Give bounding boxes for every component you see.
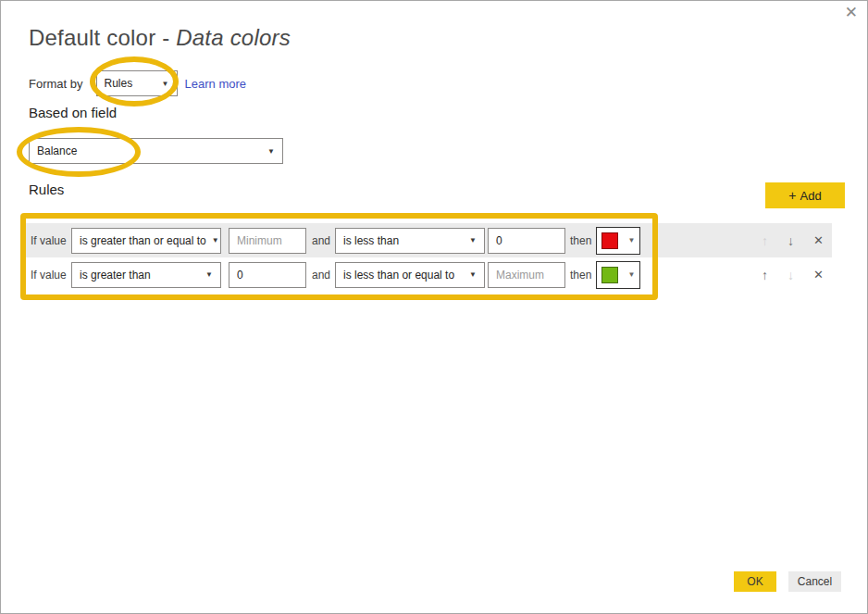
- close-icon[interactable]: ✕: [845, 5, 858, 20]
- chevron-down-icon: ▼: [267, 147, 275, 156]
- rule-row-1: If value is greater than or equal to ▼ a…: [26, 223, 832, 257]
- format-by-dropdown[interactable]: Rules ▼: [96, 70, 178, 96]
- rule1-min-input[interactable]: [229, 228, 306, 254]
- rule2-max-input[interactable]: [488, 262, 565, 288]
- delete-rule-icon[interactable]: ✕: [813, 233, 824, 247]
- and-label: and: [312, 234, 330, 247]
- chevron-down-icon: ▼: [627, 236, 635, 244]
- then-label: then: [570, 234, 591, 247]
- rule1-color-picker[interactable]: ▼: [596, 227, 640, 255]
- chevron-down-icon: ▼: [212, 236, 219, 244]
- format-by-row: Format by Rules ▼ Learn more: [29, 70, 246, 96]
- format-by-value: Rules: [105, 77, 133, 90]
- rule1-actions: ↑ ↓ ✕: [762, 233, 832, 248]
- rule2-actions: ↑ ↓ ✕: [762, 268, 832, 282]
- chevron-down-icon: ▼: [205, 270, 213, 279]
- cancel-button[interactable]: Cancel: [788, 571, 841, 592]
- move-up-icon: ↑: [762, 233, 768, 248]
- add-rule-button[interactable]: +Add: [765, 182, 845, 208]
- rule1-condition2-value: is less than: [343, 234, 399, 247]
- move-down-icon: ↓: [787, 268, 794, 282]
- rule1-condition1-value: is greater than or equal to: [80, 234, 206, 247]
- ok-button[interactable]: OK: [734, 571, 776, 592]
- title-text: Default color -: [29, 25, 176, 50]
- page-title: Default color - Data colors: [29, 25, 291, 51]
- rule1-condition1-dropdown[interactable]: is greater than or equal to ▼: [71, 228, 221, 254]
- delete-rule-icon[interactable]: ✕: [813, 268, 824, 282]
- rule2-color-swatch: [601, 267, 618, 283]
- chevron-down-icon: ▼: [469, 236, 477, 244]
- chevron-down-icon: ▼: [627, 270, 635, 279]
- learn-more-link[interactable]: Learn more: [185, 77, 246, 91]
- chevron-down-icon: ▼: [162, 80, 169, 88]
- rule2-condition2-dropdown[interactable]: is less than or equal to ▼: [335, 262, 485, 288]
- rule-row-2: If value is greater than ▼ and is less t…: [26, 257, 832, 292]
- rule2-color-picker[interactable]: ▼: [596, 261, 640, 289]
- based-on-field-dropdown[interactable]: Balance ▼: [29, 138, 283, 164]
- plus-icon: +: [788, 188, 796, 203]
- format-by-label: Format by: [29, 77, 83, 91]
- rule1-color-swatch: [601, 232, 618, 249]
- rule2-condition1-dropdown[interactable]: is greater than ▼: [71, 262, 221, 288]
- data-colors-dialog: ✕ Default color - Data colors Format by …: [0, 0, 868, 614]
- based-on-field-label: Based on field: [29, 105, 117, 120]
- then-label: then: [570, 269, 591, 282]
- based-on-field-value: Balance: [37, 144, 77, 157]
- if-value-label: If value: [31, 269, 71, 282]
- rules-list: If value is greater than or equal to ▼ a…: [26, 223, 832, 292]
- rule1-max-input[interactable]: [488, 228, 565, 254]
- rule2-condition2-value: is less than or equal to: [343, 269, 454, 282]
- if-value-label: If value: [31, 234, 71, 247]
- rules-label: Rules: [29, 182, 64, 197]
- add-button-label: Add: [800, 189, 822, 203]
- move-up-icon[interactable]: ↑: [762, 268, 768, 282]
- rule2-condition1-value: is greater than: [80, 269, 151, 282]
- rule1-condition2-dropdown[interactable]: is less than ▼: [335, 228, 485, 254]
- move-down-icon[interactable]: ↓: [787, 233, 794, 248]
- chevron-down-icon: ▼: [469, 270, 477, 279]
- and-label: and: [312, 269, 330, 282]
- rule2-min-input[interactable]: [229, 262, 306, 288]
- title-subtitle: Data colors: [176, 25, 291, 50]
